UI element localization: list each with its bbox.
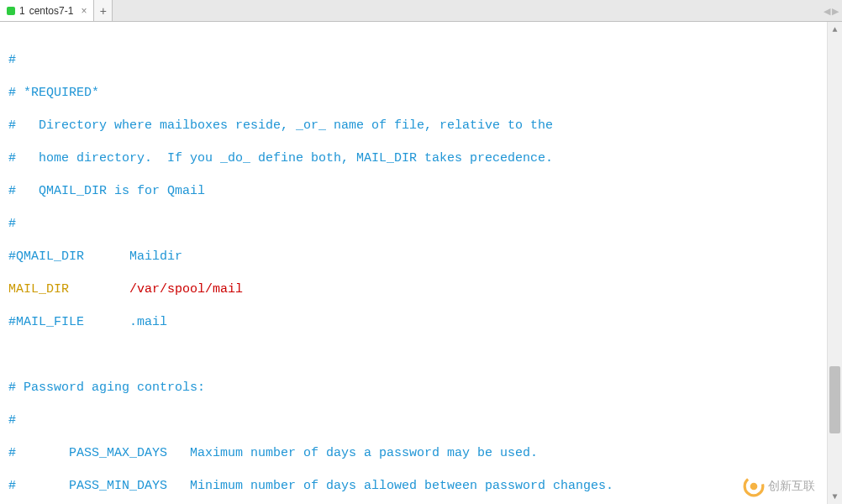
comment-line: # <box>8 412 818 430</box>
comment-line: #MAIL_FILE .mail <box>8 313 818 332</box>
comment-line: #QMAIL_DIR Maildir <box>8 248 818 266</box>
add-tab-button[interactable]: + <box>94 0 113 21</box>
tab-index: 1 <box>19 5 25 17</box>
next-tab-icon[interactable]: ▶ <box>832 6 839 17</box>
close-icon[interactable]: × <box>81 5 87 17</box>
comment-line: # QMAIL_DIR is for Qmail <box>8 182 818 201</box>
logo-icon <box>743 475 765 497</box>
config-line: MAIL_DIR /var/spool/mail <box>8 281 818 299</box>
watermark: 创新互联 <box>743 475 815 497</box>
terminal-tab[interactable]: 1 centos7-1 × <box>0 0 94 21</box>
comment-line: # <box>8 215 818 234</box>
scroll-up-icon[interactable]: ▲ <box>828 22 842 37</box>
status-dot-icon <box>7 7 15 15</box>
scroll-down-icon[interactable]: ▼ <box>828 489 842 504</box>
comment-line: # <box>8 51 818 70</box>
comment-line: # PASS_MAX_DAYS Maximum number of days a… <box>8 444 818 463</box>
blank-line <box>8 346 818 365</box>
tab-nav: ◀ ▶ <box>824 0 839 22</box>
prev-tab-icon[interactable]: ◀ <box>824 6 830 17</box>
tab-bar: 1 centos7-1 × + ◀ ▶ <box>0 0 842 22</box>
comment-line: # Password aging controls: <box>8 379 818 397</box>
scrollbar[interactable]: ▲ ▼ <box>827 22 842 504</box>
comment-line: # home directory. If you _do_ define bot… <box>8 150 818 168</box>
config-key: MAIL_DIR <box>8 282 69 297</box>
scroll-thumb[interactable] <box>829 366 840 433</box>
comment-line: # *REQUIRED* <box>8 84 818 102</box>
comment-line: # Directory where mailboxes reside, _or_… <box>8 117 818 135</box>
editor[interactable]: # # *REQUIRED* # Directory where mailbox… <box>0 22 827 504</box>
comment-line: # PASS_MIN_DAYS Minimum number of days a… <box>8 477 818 496</box>
watermark-text: 创新互联 <box>768 479 815 494</box>
svg-point-1 <box>750 483 758 491</box>
config-value: /var/spool/mail <box>129 282 243 297</box>
tab-label: centos7-1 <box>29 5 74 17</box>
